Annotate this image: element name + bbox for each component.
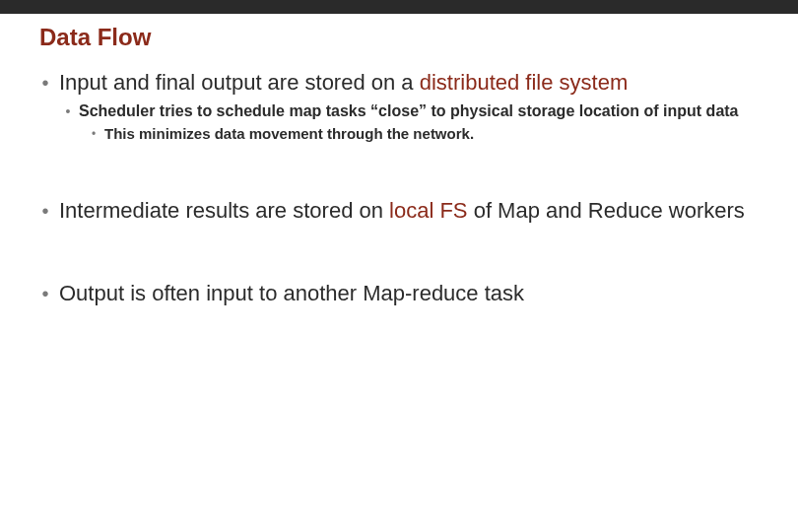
bullet-text: This minimizes data movement through the… [104, 124, 474, 144]
text-segment: Intermediate results are stored on [59, 198, 389, 223]
bullet-text: Input and final output are stored on a d… [59, 69, 628, 97]
text-accent: distributed file system [420, 70, 629, 95]
bullet-icon: • [39, 69, 51, 97]
bullet-icon: • [39, 197, 51, 225]
bullet-text: Intermediate results are stored on local… [59, 197, 745, 225]
bullet-text: Scheduler tries to schedule map tasks “c… [79, 100, 739, 122]
spacer [39, 146, 759, 197]
slide-content: Data Flow • Input and final output are s… [0, 14, 798, 307]
text-segment: Input and final output are stored on a [59, 70, 420, 95]
list-item: • Intermediate results are stored on loc… [39, 197, 759, 225]
list-item: • Scheduler tries to schedule map tasks … [63, 100, 759, 122]
bullet-icon: • [89, 124, 99, 144]
list-item: • Output is often input to another Map-r… [39, 280, 759, 307]
text-accent: local FS [389, 198, 467, 223]
slide-title: Data Flow [39, 24, 759, 51]
list-item: • Input and final output are stored on a… [39, 69, 759, 97]
list-item: • This minimizes data movement through t… [89, 124, 759, 144]
bullet-text: Output is often input to another Map-red… [59, 280, 524, 307]
top-bar [0, 0, 798, 14]
text-segment: of Map and Reduce workers [468, 198, 745, 223]
bullet-icon: • [39, 280, 51, 307]
bullet-icon: • [63, 100, 73, 122]
spacer [39, 229, 759, 280]
